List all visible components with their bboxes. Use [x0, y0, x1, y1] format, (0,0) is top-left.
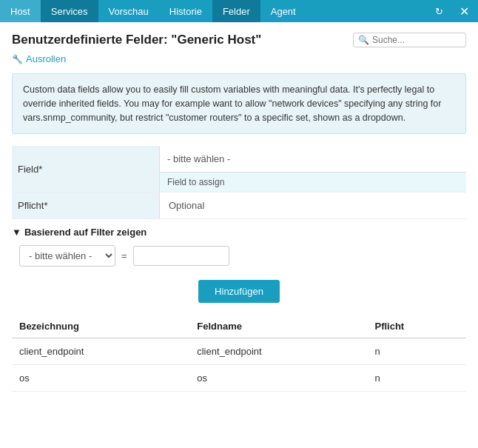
table-row: os os n — [12, 365, 466, 392]
search-icon: 🔍 — [358, 35, 369, 45]
tab-host[interactable]: Host — [0, 0, 41, 22]
col-bezeichnung: Bezeichnung — [12, 315, 189, 338]
ausrollen-label: Ausrollen — [26, 53, 66, 64]
filter-input[interactable] — [133, 246, 229, 266]
field-row: Field* - bitte wählen - Field to assign — [12, 146, 466, 193]
ausrollen-link[interactable]: 🔧 Ausrollen — [12, 53, 466, 64]
pflicht-label: Pflicht* — [12, 193, 160, 218]
search-box[interactable]: 🔍 — [353, 33, 466, 47]
table-header-row: Bezeichnung Feldname Pflicht — [12, 315, 466, 338]
col-pflicht: Pflicht — [367, 315, 466, 338]
cell-bezeichnung: client_endpoint — [12, 338, 189, 365]
field-value-cell: - bitte wählen - Field to assign — [160, 146, 466, 192]
filter-operator: = — [121, 250, 127, 261]
field-hint: Field to assign — [160, 173, 466, 192]
field-label: Field* — [12, 146, 160, 192]
tab-felder[interactable]: Felder — [212, 0, 260, 22]
data-table: Bezeichnung Feldname Pflicht client_endp… — [12, 315, 466, 392]
filter-header[interactable]: ▼ Basierend auf Filter zeigen — [12, 227, 466, 238]
tab-vorschau[interactable]: Vorschau — [98, 0, 159, 22]
filter-select[interactable]: - bitte wählen - — [19, 245, 115, 267]
wrench-icon: 🔧 — [12, 54, 23, 64]
cell-pflicht: n — [367, 365, 466, 392]
pflicht-row: Pflicht* Optional — [12, 193, 466, 219]
refresh-icon: ↻ — [435, 6, 443, 17]
cell-feldname: client_endpoint — [189, 338, 367, 365]
add-btn-row: Hinzufügen — [12, 280, 466, 303]
cell-feldname: os — [189, 365, 367, 392]
tab-historie[interactable]: Historie — [159, 0, 212, 22]
cell-pflicht: n — [367, 338, 466, 365]
cell-bezeichnung: os — [12, 365, 189, 392]
page-header: Benutzerdefinierte Felder: "Generic Host… — [12, 33, 466, 47]
content-area: Benutzerdefinierte Felder: "Generic Host… — [0, 22, 478, 402]
filter-row: - bitte wählen - = — [19, 245, 466, 267]
hinzufuegen-button[interactable]: Hinzufügen — [198, 280, 280, 303]
info-box: Custom data fields allow you to easily f… — [12, 73, 466, 134]
tab-agent[interactable]: Agent — [260, 0, 306, 22]
tab-services[interactable]: Services — [41, 0, 98, 22]
field-select[interactable]: - bitte wählen - — [160, 146, 466, 173]
info-text: Custom data fields allow you to easily f… — [23, 84, 441, 123]
page-title: Benutzerdefinierte Felder: "Generic Host… — [12, 33, 261, 47]
search-input[interactable] — [372, 35, 461, 45]
nav-bar: Host Services Vorschau Historie Felder A… — [0, 0, 478, 22]
table-row: client_endpoint client_endpoint n — [12, 338, 466, 365]
collapse-arrow-icon: ▼ — [12, 227, 21, 238]
pflicht-value: Optional — [160, 193, 466, 218]
filter-section: ▼ Basierend auf Filter zeigen - bitte wä… — [12, 227, 466, 267]
refresh-button[interactable]: ↻ — [428, 0, 451, 22]
filter-header-label: Basierend auf Filter zeigen — [24, 227, 147, 238]
close-button[interactable]: ✕ — [451, 0, 478, 22]
close-icon: ✕ — [460, 4, 469, 19]
col-feldname: Feldname — [189, 315, 367, 338]
